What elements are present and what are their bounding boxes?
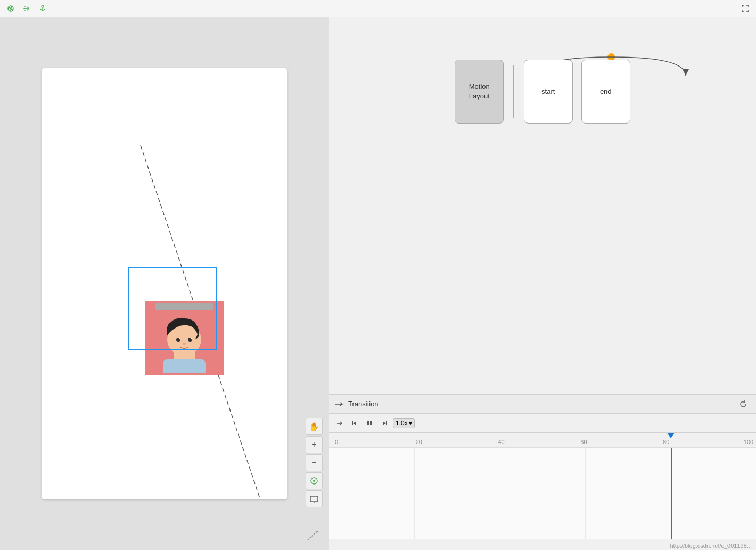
url-bar: http://blog.csdn.net/c_001198... <box>665 541 756 550</box>
end-label: end <box>600 87 612 96</box>
play-btn[interactable] <box>333 417 346 430</box>
selection-box <box>128 267 217 350</box>
refresh-icon <box>739 400 747 408</box>
ruler-mark-20: 20 <box>414 439 424 445</box>
hand-icon: ✋ <box>309 422 319 432</box>
play-icon <box>336 420 343 427</box>
ruler-mark-0: 0 <box>331 439 342 445</box>
start-node[interactable]: start <box>524 60 573 124</box>
ruler-mark-80: 80 <box>661 439 671 445</box>
fit-btn[interactable] <box>306 472 323 489</box>
speed-selector[interactable]: 1.0x ▾ <box>393 418 415 428</box>
right-panel: MotionLayout start end <box>329 17 756 550</box>
svg-rect-14 <box>310 496 318 502</box>
start-label: start <box>541 87 555 96</box>
fit-icon <box>309 476 319 486</box>
forward-icon <box>381 420 388 427</box>
transition-arrow-icon <box>335 401 344 407</box>
timeline-ruler: 0 20 40 60 80 100 <box>329 433 756 448</box>
svg-rect-20 <box>367 421 369 425</box>
timeline-track[interactable]: 0 20 40 60 80 100 <box>329 433 756 539</box>
anchor-icon-btn[interactable] <box>36 2 49 15</box>
main-layout: ✋ + − <box>0 17 756 550</box>
svg-rect-19 <box>352 421 353 425</box>
motion-layout-node[interactable]: MotionLayout <box>455 60 504 124</box>
ruler-indicator <box>307 529 319 544</box>
svg-rect-23 <box>386 421 387 425</box>
frame-icon <box>309 494 319 504</box>
zoom-in-btn[interactable]: + <box>306 436 323 453</box>
grid-line-20 <box>414 448 415 539</box>
pause-icon <box>366 420 373 427</box>
expand-btn[interactable] <box>739 2 752 15</box>
svg-marker-22 <box>383 421 386 425</box>
layout-icon-btn[interactable] <box>4 2 17 15</box>
svg-point-1 <box>42 5 44 7</box>
transition-header: Transition <box>329 395 756 414</box>
tool-buttons: ✋ + − <box>306 418 323 507</box>
forward-btn[interactable] <box>378 417 391 430</box>
transition-title: Transition <box>348 400 379 408</box>
transition-panel: Transition <box>329 394 756 539</box>
transition-refresh-btn[interactable] <box>737 398 750 411</box>
svg-marker-18 <box>353 421 356 425</box>
toolbar-right-actions <box>739 2 752 15</box>
ruler-mark-40: 40 <box>496 439 507 445</box>
phone-frame <box>42 68 287 499</box>
hand-tool-btn[interactable]: ✋ <box>306 418 323 435</box>
rewind-btn[interactable] <box>348 417 361 430</box>
arrow-icon-btn[interactable] <box>20 2 33 15</box>
grid-line-40 <box>500 448 500 539</box>
zoom-in-icon: + <box>311 440 316 449</box>
constraint-graph: MotionLayout start end <box>329 17 756 394</box>
timeline-needle <box>671 448 672 539</box>
end-node[interactable]: end <box>581 60 630 124</box>
transition-controls: 1.0x ▾ <box>329 414 756 433</box>
timeline-area: 0 20 40 60 80 100 <box>329 433 756 539</box>
zoom-out-btn[interactable]: − <box>306 454 323 471</box>
pause-btn[interactable] <box>363 417 376 430</box>
speed-dropdown-icon: ▾ <box>409 420 412 427</box>
grid-line-60 <box>585 448 586 539</box>
ruler-marks: 0 20 40 60 80 100 <box>329 439 756 445</box>
top-toolbar <box>0 0 756 17</box>
motion-layout-label: MotionLayout <box>469 82 490 101</box>
svg-rect-21 <box>370 421 372 425</box>
frame-btn[interactable] <box>306 490 323 507</box>
svg-point-13 <box>313 480 315 482</box>
speed-label: 1.0x <box>396 420 408 427</box>
timeline-needle-head[interactable] <box>667 433 675 438</box>
rewind-icon <box>351 420 358 427</box>
url-bar-container: http://blog.csdn.net/c_001198... <box>329 539 756 550</box>
nodes-container: MotionLayout start end <box>455 60 630 124</box>
timeline-content <box>329 448 756 539</box>
start-end-group: start end <box>524 60 630 124</box>
transition-title-row: Transition <box>335 400 379 408</box>
zoom-out-icon: − <box>311 458 316 467</box>
ruler-mark-60: 60 <box>578 439 589 445</box>
svg-rect-5 <box>163 359 206 373</box>
left-panel: ✋ + − <box>0 17 329 550</box>
node-divider <box>513 65 514 118</box>
svg-marker-17 <box>683 69 689 76</box>
ruler-mark-100: 100 <box>743 439 754 445</box>
